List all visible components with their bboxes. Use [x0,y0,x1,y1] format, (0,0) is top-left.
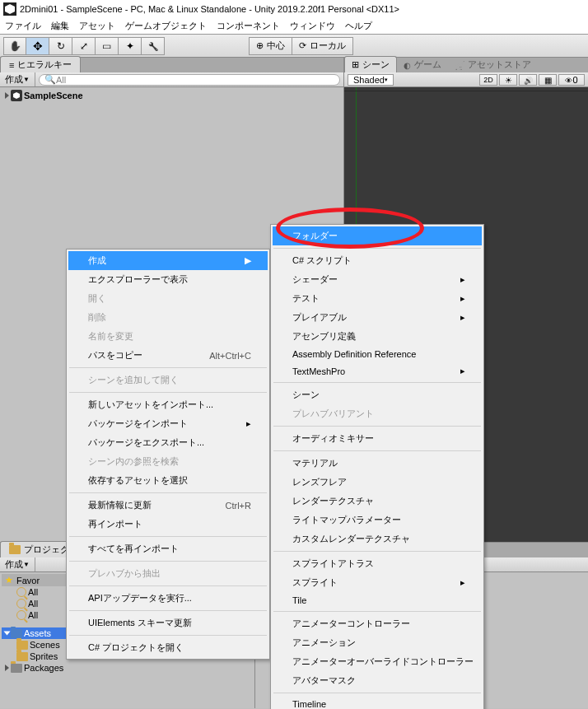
submenu-arrow-icon: ▸ [460,577,465,588]
titlebar: 2Dmini01 - SampleScene - PC, Mac & Linux… [0,0,588,18]
menu-item-testing[interactable]: テスト▸ [273,289,482,308]
submenu-arrow-icon: ▸ [460,366,465,376]
hand-icon [9,40,21,52]
hierarchy-tab-row: ≡ ヒエラルキー [0,58,343,72]
scene-label: SampleScene [24,91,83,100]
search-icon: 🔍 [44,74,56,85]
tab-scene[interactable]: シーン [344,56,397,72]
scene-tab-row: シーン ゲーム アセットストア [344,58,588,72]
submenu-arrow-icon: ▸ [460,312,465,323]
menu-item-override-controller[interactable]: アニメーターオーバーライドコントローラー [273,652,482,671]
scene-row[interactable]: SampleScene [2,89,342,102]
menu-item-playables[interactable]: プレイアブル▸ [273,308,482,327]
pivot-button[interactable]: ⊕中心 [249,37,292,55]
menu-item-open-additive: シーンを追加して開く [68,371,268,389]
menu-item-find-refs: シーン内の参照を検索 [68,452,268,471]
menu-window[interactable]: ウィンドウ [290,20,335,32]
menu-edit[interactable]: 編集 [51,20,69,32]
chevron-down-icon: ▾ [385,77,388,83]
menu-item-open-csproj[interactable]: C# プロジェクトを開く [68,638,268,657]
menu-item-lens-flare[interactable]: レンズフレア [273,473,482,492]
menu-item-csharp[interactable]: C# スクリプト [273,251,482,270]
menu-item-extract-prefab: プレハブから抽出 [68,564,268,583]
menu-item-custom-rt[interactable]: カスタムレンダーテクスチャ [273,529,482,548]
search-icon [16,587,26,597]
move-tool-button[interactable] [26,37,49,55]
menu-separator [273,382,481,383]
hierarchy-tab[interactable]: ≡ ヒエラルキー [0,56,81,72]
scale-icon [80,40,88,52]
gizmos-visibility-button[interactable]: 0 [558,74,585,86]
hierarchy-create-button[interactable]: 作成 ▼ [0,72,35,86]
hand-tool-button[interactable] [3,37,26,55]
tab-asset-store[interactable]: アセットストア [448,57,538,72]
menu-separator [273,450,481,451]
submenu-arrow-icon: ▸ [460,274,465,285]
submenu-arrow-icon: ▶ [245,255,251,266]
menu-item-audio-mixer[interactable]: オーディオミキサー [273,429,482,448]
folder-icon [11,664,22,673]
menu-item-reimport[interactable]: 再インポート [68,515,268,534]
menu-item-reimport-all[interactable]: すべてを再インポート [68,539,268,558]
menu-item-refresh[interactable]: 最新情報に更新Ctrl+R [68,496,268,515]
menu-item-anim-controller[interactable]: アニメーターコントローラー [273,614,482,633]
expand-arrow-icon[interactable] [4,632,11,636]
menu-item-asmdef[interactable]: アセンブリ定義 [273,327,482,346]
menu-item-material[interactable]: マテリアル [273,454,482,473]
menu-separator [273,611,481,612]
menu-assets[interactable]: アセット [79,20,115,32]
menu-help[interactable]: ヘルプ [345,20,372,32]
menu-item-open: 開く [68,289,268,308]
scene-toolbar: Shaded ▾ 2D 0 [344,72,588,87]
rotate-tool-button[interactable] [49,37,72,55]
menu-item-create[interactable]: 作成▶ [68,251,268,270]
menu-item-folder[interactable]: フォルダー [273,226,482,245]
menu-item-lightmap-params[interactable]: ライトマップパラメーター [273,511,482,529]
menu-item-timeline[interactable]: Timeline [273,696,482,709]
bulb-icon [505,75,512,85]
hierarchy-search-input[interactable]: 🔍All [39,74,340,86]
menu-item-animation[interactable]: アニメーション [273,633,482,652]
menu-item-tmp[interactable]: TextMeshPro▸ [273,362,482,380]
menu-item-run-api[interactable]: APIアップデータを実行... [68,589,268,608]
menu-item-render-texture[interactable]: レンダーテクスチャ [273,492,482,511]
menu-item-avatar-mask[interactable]: アバターマスク [273,671,482,690]
custom-tool-button[interactable] [142,37,165,55]
menu-item-tile[interactable]: Tile [273,592,482,609]
menu-item-show-explorer[interactable]: エクスプローラーで表示 [68,270,268,289]
menu-item-export-package[interactable]: パッケージをエクスポート... [68,433,268,452]
expand-arrow-icon[interactable] [5,665,9,671]
tab-game[interactable]: ゲーム [397,57,448,72]
menu-item-import-new[interactable]: 新しいアセットをインポート... [68,395,268,414]
menu-item-import-package[interactable]: パッケージをインポート▸ [68,414,268,433]
menu-gameobject[interactable]: ゲームオブジェクト [125,20,207,32]
lighting-toggle-button[interactable] [499,74,517,86]
fx-toggle-button[interactable] [539,74,557,86]
packages-folder[interactable]: Packages [2,662,253,674]
menu-component[interactable]: コンポーネント [217,20,280,32]
scale-tool-button[interactable] [72,37,96,55]
folder-icon [11,629,22,638]
menu-item-copy-path[interactable]: パスをコピーAlt+Ctrl+C [68,346,268,365]
menu-item-prefab-variant: プレハブバリアント [273,404,482,423]
menu-item-sprite-atlas[interactable]: スプライトアトラス [273,554,482,573]
menu-item-sprites[interactable]: スプライト▸ [273,573,482,592]
audio-toggle-button[interactable] [519,74,537,86]
menu-separator [69,585,267,586]
menu-separator [273,693,481,693]
folder-icon [9,545,21,554]
shading-mode-dropdown[interactable]: Shaded ▾ [348,74,394,86]
menu-separator [69,536,267,537]
transform-tool-button[interactable] [119,37,142,55]
2d-toggle-button[interactable]: 2D [479,74,497,86]
expand-arrow-icon[interactable] [5,92,9,99]
menu-item-select-deps[interactable]: 依存するアセットを選択 [68,471,268,490]
menu-item-shader[interactable]: シェーダー▸ [273,270,482,289]
menu-item-scene[interactable]: シーン [273,385,482,404]
local-button[interactable]: ⟳ローカル [292,37,353,55]
menu-item-update-uielements[interactable]: UIElements スキーマ更新 [68,613,268,632]
project-create-button[interactable]: 作成 ▼ [0,557,35,571]
rect-tool-button[interactable] [96,37,119,55]
menu-file[interactable]: ファイル [5,20,41,32]
menu-item-asmref[interactable]: Assembly Definition Reference [273,346,482,362]
